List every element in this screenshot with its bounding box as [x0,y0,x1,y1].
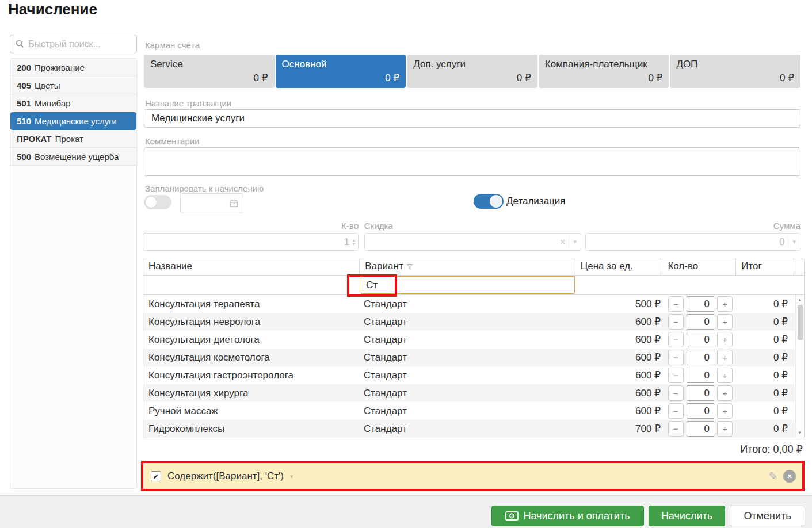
qty-input[interactable] [687,350,714,365]
qty-plus-button[interactable]: + [717,368,733,383]
pocket-tab-name: Компания-плательщик [545,59,647,70]
chevron-down-icon[interactable]: ▾ [788,238,800,246]
qty-plus-button[interactable]: + [717,350,733,365]
qty-input[interactable] [687,421,714,437]
table-body: Консультация терапевта Стандарт 500 ₽ − … [143,295,804,438]
clear-icon[interactable]: × [556,237,569,247]
service-name: Консультация хирурга [143,388,360,399]
variant-filter-input[interactable] [361,276,575,294]
filter-checkbox[interactable]: ✔ [151,471,161,481]
sidebar-item-category[interactable]: 501 Минибар [10,94,136,112]
column-header-qty[interactable]: Кол-во [662,259,736,275]
qty-plus-button[interactable]: + [717,385,733,401]
sidebar-item-category[interactable]: 200 Проживание [10,59,136,76]
service-variant: Стандарт [360,423,576,435]
category-code: 501 [17,98,31,108]
remove-filter-icon[interactable]: ✕ [783,470,796,483]
category-code: 405 [17,81,31,90]
pocket-tab[interactable]: Service 0 ₽ [144,55,275,88]
qty-plus-button[interactable]: + [717,421,733,437]
pocket-tab[interactable]: Основной 0 ₽ [276,55,406,88]
pocket-tab[interactable]: Компания-плательщик 0 ₽ [539,55,669,88]
qty-input[interactable] [687,332,714,347]
qty-minus-button[interactable]: − [668,296,684,312]
scroll-down-icon[interactable]: ▼ [798,428,802,438]
sidebar-item-category[interactable]: 510 Медицинские услуги [10,112,136,130]
qty-input[interactable] [687,314,714,330]
qty-plus-button[interactable]: + [717,332,733,347]
search-input[interactable] [28,39,131,49]
cancel-button[interactable]: Отменить [730,506,805,526]
table-row[interactable]: Консультация косметолога Стандарт 600 ₽ … [143,349,804,366]
qty-plus-button[interactable]: + [717,296,733,312]
sidebar-item-category[interactable]: 500 Возмещение ущерба [10,148,136,166]
discount-input[interactable]: × ▾ [364,233,581,251]
table-row[interactable]: Консультация диетолога Стандарт 600 ₽ − … [143,331,804,349]
qty-input[interactable] [687,368,714,383]
category-code: ПРОКАТ [17,134,52,144]
toggle-knob [490,195,502,208]
column-header-variant[interactable]: Вариант [360,259,575,275]
service-price: 600 ₽ [576,369,664,381]
sum-input[interactable]: 0 ▾ [585,233,800,251]
pocket-tab[interactable]: Доп. услуги 0 ₽ [407,55,537,88]
scrollbar-thumb[interactable] [798,305,803,340]
column-header-total[interactable]: Итог [736,259,795,275]
qty-input[interactable] [687,403,714,419]
schedule-date-input[interactable]: 7 [180,193,243,213]
qty-input[interactable] [687,296,714,312]
pocket-tab-amount: 0 ₽ [517,72,531,84]
qty-minus-button[interactable]: − [668,332,684,347]
qty-stepper[interactable]: 1 ▴▾ [143,233,359,251]
table-row[interactable]: Ручной массаж Стандарт 600 ₽ − + 0 ₽ [143,402,804,420]
table-row[interactable]: Консультация гастроэнтеролога Стандарт 6… [143,366,804,384]
service-name: Консультация косметолога [143,352,360,364]
category-label: Медицинские услуги [35,116,117,126]
service-price: 500 ₽ [576,298,664,310]
edit-filter-icon[interactable]: ✎ [768,469,778,483]
table-row[interactable]: Консультация невролога Стандарт 600 ₽ − … [143,313,804,331]
search-icon [16,40,24,48]
chevron-down-icon[interactable]: ▾ [290,473,293,480]
sidebar-item-category[interactable]: 405 Цветы [10,76,136,94]
schedule-toggle[interactable] [144,195,171,209]
pocket-tabs: Service 0 ₽ Основной 0 ₽ Доп. услуги 0 ₽… [144,55,800,88]
chevron-down-icon[interactable]: ▾ [569,238,581,246]
row-total: 0 ₽ [737,387,788,399]
comments-textarea[interactable] [144,147,800,176]
qty-minus-button[interactable]: − [668,421,684,437]
qty-minus-button[interactable]: − [668,368,684,383]
qty-minus-button[interactable]: − [668,314,684,330]
filter-expression[interactable]: Содержит([Вариант], 'Ст') [167,470,284,482]
column-header-name[interactable]: Название [143,259,360,275]
spinner-arrows-icon[interactable]: ▴▾ [353,238,358,246]
pocket-tab[interactable]: ДОП 0 ₽ [670,55,800,88]
qty-plus-button[interactable]: + [717,403,733,419]
category-label: Цветы [35,81,60,90]
qty-minus-button[interactable]: − [668,385,684,401]
charge-and-pay-button[interactable]: Начислить и оплатить [491,506,644,526]
grand-total: Итого: 0,00 ₽ [143,443,803,456]
transaction-name-input[interactable] [144,109,800,128]
details-toggle[interactable] [474,194,504,209]
charge-button[interactable]: Начислить [649,506,725,526]
table-row[interactable]: Гидрокомплексы Стандарт 700 ₽ − + 0 ₽ [143,420,804,438]
scroll-up-icon[interactable]: ▲ [798,295,802,305]
row-total: 0 ₽ [737,369,788,381]
qty-input[interactable] [687,385,714,401]
table-row[interactable]: Консультация терапевта Стандарт 500 ₽ − … [143,295,804,313]
service-price: 600 ₽ [576,316,664,328]
services-table: Название Вариант Цена за ед. Кол-во Итог… [143,259,805,438]
row-total: 0 ₽ [737,351,788,364]
sidebar-item-category[interactable]: ПРОКАТ Прокат [10,130,136,148]
qty-minus-button[interactable]: − [668,403,684,419]
table-row[interactable]: Консультация хирурга Стандарт 600 ₽ − + … [143,384,804,402]
sum-value: 0 [586,236,788,248]
qty-minus-button[interactable]: − [668,350,684,365]
service-price: 700 ₽ [576,423,664,435]
table-scrollbar[interactable]: ▲ ▼ [795,295,804,438]
column-header-price[interactable]: Цена за ед. [575,259,663,275]
check-icon: ✔ [153,472,159,481]
qty-plus-button[interactable]: + [717,314,733,330]
quick-search[interactable] [10,35,137,53]
